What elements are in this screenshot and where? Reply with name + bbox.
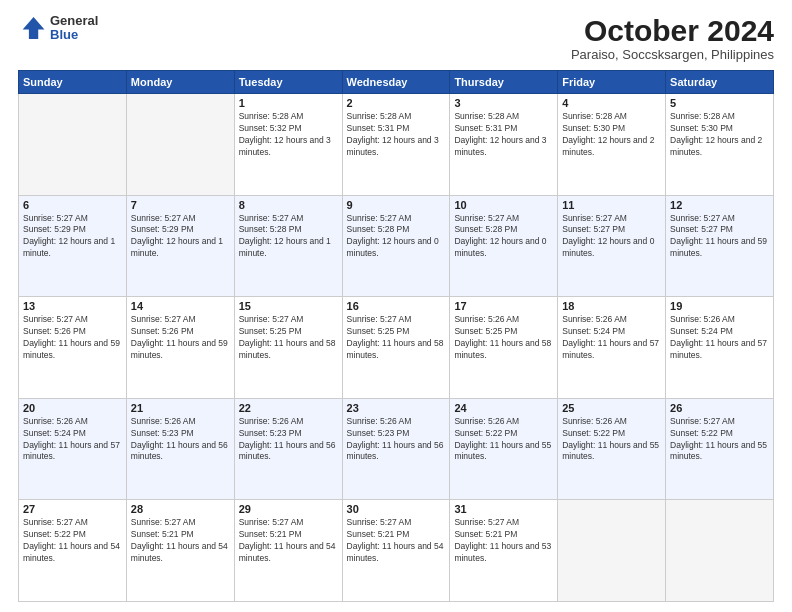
col-tuesday: Tuesday	[234, 71, 342, 94]
col-friday: Friday	[558, 71, 666, 94]
day-info: Sunrise: 5:28 AM Sunset: 5:30 PM Dayligh…	[562, 111, 661, 159]
day-number: 4	[562, 97, 661, 109]
day-number: 12	[670, 199, 769, 211]
calendar-cell: 21Sunrise: 5:26 AM Sunset: 5:23 PM Dayli…	[126, 398, 234, 500]
calendar-header-row: Sunday Monday Tuesday Wednesday Thursday…	[19, 71, 774, 94]
calendar-cell: 29Sunrise: 5:27 AM Sunset: 5:21 PM Dayli…	[234, 500, 342, 602]
day-info: Sunrise: 5:27 AM Sunset: 5:27 PM Dayligh…	[562, 213, 661, 261]
calendar-cell: 12Sunrise: 5:27 AM Sunset: 5:27 PM Dayli…	[666, 195, 774, 297]
day-number: 18	[562, 300, 661, 312]
col-wednesday: Wednesday	[342, 71, 450, 94]
calendar-cell: 30Sunrise: 5:27 AM Sunset: 5:21 PM Dayli…	[342, 500, 450, 602]
location-subtitle: Paraiso, Soccsksargen, Philippines	[571, 47, 774, 62]
day-number: 21	[131, 402, 230, 414]
day-number: 26	[670, 402, 769, 414]
calendar-cell: 9Sunrise: 5:27 AM Sunset: 5:28 PM Daylig…	[342, 195, 450, 297]
day-info: Sunrise: 5:28 AM Sunset: 5:31 PM Dayligh…	[347, 111, 446, 159]
day-info: Sunrise: 5:26 AM Sunset: 5:23 PM Dayligh…	[239, 416, 338, 464]
calendar-cell: 8Sunrise: 5:27 AM Sunset: 5:28 PM Daylig…	[234, 195, 342, 297]
svg-marker-0	[23, 17, 45, 39]
calendar-cell: 26Sunrise: 5:27 AM Sunset: 5:22 PM Dayli…	[666, 398, 774, 500]
calendar-cell: 6Sunrise: 5:27 AM Sunset: 5:29 PM Daylig…	[19, 195, 127, 297]
calendar-cell: 27Sunrise: 5:27 AM Sunset: 5:22 PM Dayli…	[19, 500, 127, 602]
day-info: Sunrise: 5:27 AM Sunset: 5:28 PM Dayligh…	[454, 213, 553, 261]
logo-icon	[18, 14, 46, 42]
day-info: Sunrise: 5:27 AM Sunset: 5:26 PM Dayligh…	[23, 314, 122, 362]
calendar-cell: 4Sunrise: 5:28 AM Sunset: 5:30 PM Daylig…	[558, 94, 666, 196]
calendar-cell: 14Sunrise: 5:27 AM Sunset: 5:26 PM Dayli…	[126, 297, 234, 399]
page-header: General Blue October 2024 Paraiso, Soccs…	[18, 14, 774, 62]
day-info: Sunrise: 5:27 AM Sunset: 5:21 PM Dayligh…	[347, 517, 446, 565]
day-number: 24	[454, 402, 553, 414]
day-info: Sunrise: 5:28 AM Sunset: 5:31 PM Dayligh…	[454, 111, 553, 159]
calendar-cell: 10Sunrise: 5:27 AM Sunset: 5:28 PM Dayli…	[450, 195, 558, 297]
day-number: 23	[347, 402, 446, 414]
calendar-cell: 16Sunrise: 5:27 AM Sunset: 5:25 PM Dayli…	[342, 297, 450, 399]
day-info: Sunrise: 5:27 AM Sunset: 5:21 PM Dayligh…	[239, 517, 338, 565]
day-number: 3	[454, 97, 553, 109]
calendar-cell: 15Sunrise: 5:27 AM Sunset: 5:25 PM Dayli…	[234, 297, 342, 399]
calendar-table: Sunday Monday Tuesday Wednesday Thursday…	[18, 70, 774, 602]
day-number: 9	[347, 199, 446, 211]
calendar-cell: 13Sunrise: 5:27 AM Sunset: 5:26 PM Dayli…	[19, 297, 127, 399]
col-sunday: Sunday	[19, 71, 127, 94]
calendar-cell: 18Sunrise: 5:26 AM Sunset: 5:24 PM Dayli…	[558, 297, 666, 399]
day-info: Sunrise: 5:26 AM Sunset: 5:23 PM Dayligh…	[131, 416, 230, 464]
day-info: Sunrise: 5:26 AM Sunset: 5:22 PM Dayligh…	[562, 416, 661, 464]
day-number: 13	[23, 300, 122, 312]
day-number: 19	[670, 300, 769, 312]
day-info: Sunrise: 5:27 AM Sunset: 5:27 PM Dayligh…	[670, 213, 769, 261]
day-info: Sunrise: 5:27 AM Sunset: 5:28 PM Dayligh…	[347, 213, 446, 261]
calendar-cell: 5Sunrise: 5:28 AM Sunset: 5:30 PM Daylig…	[666, 94, 774, 196]
day-number: 10	[454, 199, 553, 211]
month-title: October 2024	[571, 14, 774, 47]
calendar-cell: 25Sunrise: 5:26 AM Sunset: 5:22 PM Dayli…	[558, 398, 666, 500]
day-info: Sunrise: 5:27 AM Sunset: 5:29 PM Dayligh…	[23, 213, 122, 261]
day-info: Sunrise: 5:27 AM Sunset: 5:25 PM Dayligh…	[347, 314, 446, 362]
day-number: 25	[562, 402, 661, 414]
day-number: 11	[562, 199, 661, 211]
calendar-cell: 23Sunrise: 5:26 AM Sunset: 5:23 PM Dayli…	[342, 398, 450, 500]
calendar-cell: 17Sunrise: 5:26 AM Sunset: 5:25 PM Dayli…	[450, 297, 558, 399]
calendar-week-row-4: 20Sunrise: 5:26 AM Sunset: 5:24 PM Dayli…	[19, 398, 774, 500]
calendar-week-row-3: 13Sunrise: 5:27 AM Sunset: 5:26 PM Dayli…	[19, 297, 774, 399]
day-info: Sunrise: 5:28 AM Sunset: 5:30 PM Dayligh…	[670, 111, 769, 159]
day-info: Sunrise: 5:26 AM Sunset: 5:22 PM Dayligh…	[454, 416, 553, 464]
calendar-week-row-2: 6Sunrise: 5:27 AM Sunset: 5:29 PM Daylig…	[19, 195, 774, 297]
day-info: Sunrise: 5:27 AM Sunset: 5:28 PM Dayligh…	[239, 213, 338, 261]
title-block: October 2024 Paraiso, Soccsksargen, Phil…	[571, 14, 774, 62]
day-info: Sunrise: 5:26 AM Sunset: 5:24 PM Dayligh…	[670, 314, 769, 362]
calendar-cell: 28Sunrise: 5:27 AM Sunset: 5:21 PM Dayli…	[126, 500, 234, 602]
day-number: 31	[454, 503, 553, 515]
day-number: 28	[131, 503, 230, 515]
day-number: 15	[239, 300, 338, 312]
day-info: Sunrise: 5:26 AM Sunset: 5:23 PM Dayligh…	[347, 416, 446, 464]
day-number: 2	[347, 97, 446, 109]
calendar-cell: 22Sunrise: 5:26 AM Sunset: 5:23 PM Dayli…	[234, 398, 342, 500]
day-number: 14	[131, 300, 230, 312]
day-info: Sunrise: 5:27 AM Sunset: 5:25 PM Dayligh…	[239, 314, 338, 362]
calendar-cell: 31Sunrise: 5:27 AM Sunset: 5:21 PM Dayli…	[450, 500, 558, 602]
day-number: 17	[454, 300, 553, 312]
day-info: Sunrise: 5:27 AM Sunset: 5:21 PM Dayligh…	[454, 517, 553, 565]
day-number: 22	[239, 402, 338, 414]
calendar-cell: 2Sunrise: 5:28 AM Sunset: 5:31 PM Daylig…	[342, 94, 450, 196]
day-info: Sunrise: 5:26 AM Sunset: 5:24 PM Dayligh…	[23, 416, 122, 464]
logo-general: General	[50, 14, 98, 28]
day-info: Sunrise: 5:26 AM Sunset: 5:25 PM Dayligh…	[454, 314, 553, 362]
day-number: 27	[23, 503, 122, 515]
day-info: Sunrise: 5:27 AM Sunset: 5:21 PM Dayligh…	[131, 517, 230, 565]
col-monday: Monday	[126, 71, 234, 94]
calendar-cell: 7Sunrise: 5:27 AM Sunset: 5:29 PM Daylig…	[126, 195, 234, 297]
col-thursday: Thursday	[450, 71, 558, 94]
day-number: 1	[239, 97, 338, 109]
calendar-cell: 20Sunrise: 5:26 AM Sunset: 5:24 PM Dayli…	[19, 398, 127, 500]
calendar-cell: 24Sunrise: 5:26 AM Sunset: 5:22 PM Dayli…	[450, 398, 558, 500]
col-saturday: Saturday	[666, 71, 774, 94]
calendar-week-row-1: 1Sunrise: 5:28 AM Sunset: 5:32 PM Daylig…	[19, 94, 774, 196]
logo: General Blue	[18, 14, 98, 43]
day-info: Sunrise: 5:27 AM Sunset: 5:26 PM Dayligh…	[131, 314, 230, 362]
calendar-cell	[666, 500, 774, 602]
day-number: 8	[239, 199, 338, 211]
day-number: 7	[131, 199, 230, 211]
